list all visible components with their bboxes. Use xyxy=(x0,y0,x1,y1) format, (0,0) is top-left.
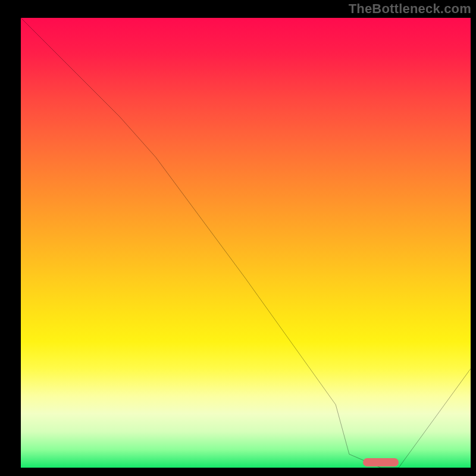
optimal-range-marker xyxy=(363,458,399,466)
chart-frame: TheBottleneck.com xyxy=(0,0,476,476)
curve-path xyxy=(21,18,471,468)
attribution-text: TheBottleneck.com xyxy=(349,1,471,17)
plot-area xyxy=(21,18,471,468)
bottleneck-curve xyxy=(21,18,471,468)
